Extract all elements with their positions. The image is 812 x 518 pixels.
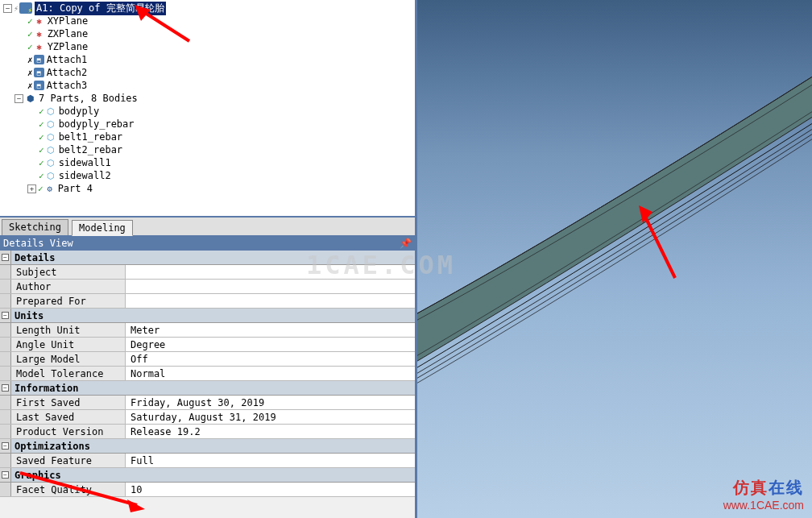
prop-key: Last Saved [11, 410, 126, 424]
prop-value[interactable]: Meter [126, 323, 415, 337]
prop-key: Subject [11, 265, 126, 279]
details-header: Details View 📌 [0, 236, 415, 251]
tree-item-body[interactable]: ✓⬡belt1_rebar [3, 131, 412, 143]
section-graphics[interactable]: −Graphics [0, 468, 415, 483]
tree-item-xyplane[interactable]: ✓✱XYPlane [3, 15, 412, 27]
prop-key: Angle Unit [11, 338, 126, 351]
attach-icon: ⬒ [34, 55, 44, 64]
body-icon: ⬡ [45, 144, 56, 155]
prop-value[interactable] [126, 280, 415, 293]
tree-item-part4[interactable]: +✓⚙Part 4 [3, 182, 412, 195]
prop-key: Prepared For [11, 294, 126, 308]
prop-value[interactable]: Full [126, 454, 415, 467]
body-icon: ⬡ [45, 106, 56, 117]
pin-icon[interactable]: 📌 [400, 238, 412, 249]
part-icon: ⚙ [44, 183, 56, 194]
watermark-text: 1CAE.COM [306, 250, 456, 280]
tree-item-attach3[interactable]: ✗⬒Attach3 [3, 79, 412, 92]
viewport-3d[interactable]: 仿真在线 www.1CAE.com [417, 0, 812, 518]
details-title: Details View [3, 238, 73, 249]
prop-value[interactable]: Degree [126, 338, 415, 351]
expand-icon[interactable]: − [3, 4, 12, 13]
watermark-logo: 仿真在线 www.1CAE.com [723, 477, 804, 512]
plane-icon: ✱ [34, 15, 45, 27]
tree-item-zxplane[interactable]: ✓✱ZXPlane [3, 27, 412, 40]
prop-key: Author [11, 280, 126, 293]
prop-key: First Saved [11, 396, 126, 409]
plane-icon: ✱ [34, 41, 45, 52]
prop-value[interactable]: 10 [126, 483, 415, 496]
prop-value[interactable]: Normal [126, 367, 415, 380]
attach-icon: ⬒ [34, 68, 44, 77]
prop-key: Saved Feature Data [11, 454, 126, 467]
tree-item-body[interactable]: ✓⬡bodyply_rebar [3, 118, 412, 131]
section-units[interactable]: −Units [0, 309, 415, 323]
prop-key: Facet Quality [11, 483, 126, 496]
section-optimizations[interactable]: −Optimizations [0, 439, 415, 454]
body-icon: ⬡ [45, 157, 56, 168]
tab-sketching[interactable]: Sketching [2, 219, 68, 235]
tree-item-yzplane[interactable]: ✓✱YZPlane [3, 40, 412, 53]
prop-value[interactable] [126, 294, 415, 308]
prop-key: Length Unit [11, 323, 126, 337]
tree-item-body[interactable]: ✓⬡sidewall2 [3, 169, 412, 182]
prop-value[interactable]: Friday, August 30, 2019 [126, 396, 415, 409]
expand-icon[interactable]: − [14, 94, 23, 103]
model-icon: ⚡ [19, 2, 32, 14]
expand-icon[interactable]: + [27, 184, 36, 193]
prop-key: Product Version [11, 425, 126, 438]
prop-value[interactable]: Off [126, 352, 415, 366]
tree-root[interactable]: − ⚡ ⚡ A1: Copy of 完整简易轮胎 [3, 2, 412, 15]
tab-modeling[interactable]: Modeling [72, 220, 133, 236]
prop-key: Large Model Support [11, 352, 126, 366]
watermark-url: www.1CAE.com [723, 499, 804, 512]
prop-value[interactable]: Saturday, August 31, 2019 [126, 410, 415, 424]
section-information[interactable]: −Information [0, 381, 415, 396]
plane-icon: ✱ [34, 28, 45, 39]
tree-item-parts[interactable]: −⬢7 Parts, 8 Bodies [3, 92, 412, 105]
tree-item-body[interactable]: ✓⬡belt2_rebar [3, 143, 412, 156]
tree-tabs: Sketching Modeling [0, 218, 415, 236]
prop-key: Model Tolerance [11, 367, 126, 380]
tree-item-body[interactable]: ✓⬡sidewall1 [3, 156, 412, 169]
geometry-preview [417, 0, 812, 518]
tree-item-body[interactable]: ✓⬡bodyply [3, 105, 412, 118]
properties-grid: −Details Subject Author Prepared For −Un… [0, 251, 415, 497]
tree-outline[interactable]: − ⚡ ⚡ A1: Copy of 完整简易轮胎 ✓✱XYPlane ✓✱ZXP… [0, 0, 415, 218]
prop-value[interactable]: Release 19.2 [126, 425, 415, 438]
tree-item-attach1[interactable]: ✗⬒Attach1 [3, 53, 412, 66]
body-icon: ⬡ [45, 118, 56, 130]
root-label[interactable]: A1: Copy of 完整简易轮胎 [35, 2, 166, 15]
body-icon: ⬡ [45, 131, 56, 143]
body-icon: ⬡ [45, 170, 56, 181]
tree-item-attach2[interactable]: ✗⬒Attach2 [3, 66, 412, 79]
parts-icon: ⬢ [25, 93, 36, 104]
attach-icon: ⬒ [34, 81, 44, 90]
